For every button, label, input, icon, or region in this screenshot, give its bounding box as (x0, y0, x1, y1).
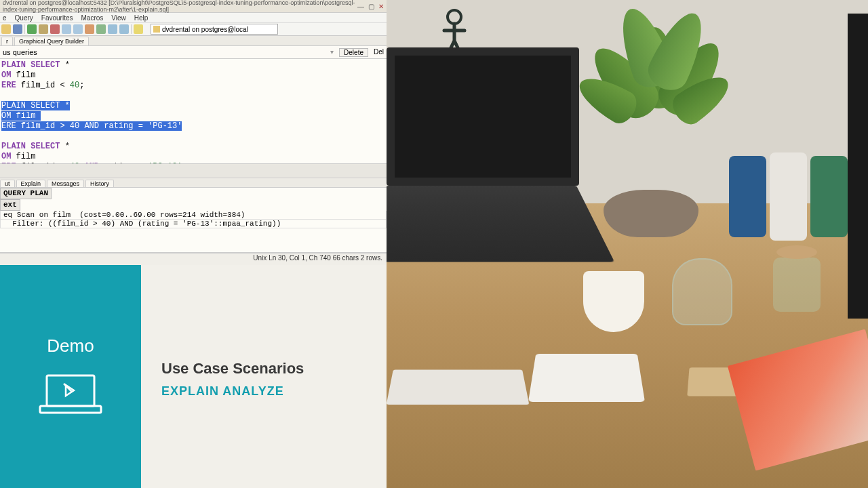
blue-jar (729, 156, 766, 237)
editor-tabs: r Graphical Query Builder (0, 36, 387, 46)
copy-icon[interactable] (62, 24, 71, 34)
query-plan-row: Filter: ((film_id > 40) AND (rating = 'P… (0, 220, 387, 228)
delete-all-button[interactable]: Del (374, 48, 384, 57)
laptop (387, 47, 576, 278)
window-titlebar: dvdrental on postgres@localhost:5432 [D:… (0, 0, 387, 13)
db-selector-text: dvdrental on postgres@local (162, 26, 248, 33)
menu-help[interactable]: Help (134, 14, 149, 22)
previous-queries-bar: us queries ▾ Delete Del (0, 46, 387, 59)
cork-jar (773, 258, 821, 312)
tab-history[interactable]: History (85, 180, 114, 187)
menu-file[interactable]: e (3, 14, 7, 22)
presentation-slide: Demo Use Case Scenarios EXPLAIN ANALYZE (0, 265, 387, 488)
save-icon[interactable] (13, 24, 22, 34)
tab-graphical-query-builder[interactable]: Graphical Query Builder (14, 37, 89, 45)
query-plan-row: eq Scan on film (cost=0.00..69.00 rows=2… (0, 211, 387, 220)
find-icon[interactable] (96, 24, 106, 34)
slide-content: Use Case Scenarios EXPLAIN ANALYZE (141, 265, 387, 488)
undo-icon[interactable] (108, 24, 117, 34)
white-mug (583, 271, 644, 332)
delete-button[interactable]: Delete (339, 48, 368, 57)
output-pane: QUERY PLAN ext eq Scan on film (cost=0.0… (0, 188, 387, 253)
slide-sidebar: Demo (0, 265, 141, 488)
sql-editor[interactable]: PLAIN SELECT * OM film ERE film_id < 40;… (0, 59, 387, 164)
query-plan-header: QUERY PLAN (0, 188, 52, 199)
slide-heading: Use Case Scenarios (161, 360, 387, 378)
menu-query[interactable]: Query (15, 14, 33, 22)
paste-icon[interactable] (73, 24, 83, 34)
redo-icon[interactable] (119, 24, 129, 34)
explain-icon[interactable] (39, 24, 48, 34)
open-icon[interactable] (1, 24, 11, 34)
run-icon[interactable] (27, 24, 37, 34)
demo-label: Demo (47, 336, 94, 357)
green-jar (810, 156, 848, 237)
monitor-edge (848, 14, 868, 319)
help-icon[interactable] (134, 24, 143, 34)
svg-rect-1 (40, 406, 101, 413)
pane-splitter[interactable] (0, 164, 387, 178)
pgadmin-window: dvdrental on postgres@localhost:5432 [D:… (0, 0, 387, 488)
selected-query: PLAIN SELECT * (1, 101, 70, 110)
database-selector[interactable]: dvdrental on postgres@local (151, 24, 278, 35)
clear-icon[interactable] (85, 24, 94, 34)
status-text: Unix Ln 30, Col 1, Ch 740 66 chars 2 row… (253, 254, 382, 262)
trackpad (528, 354, 645, 402)
tab-explain[interactable]: Explain (16, 180, 46, 187)
white-jar (770, 152, 807, 241)
laptop-icon (37, 370, 104, 418)
stop-icon[interactable] (50, 24, 60, 34)
menu-macros[interactable]: Macros (81, 14, 103, 22)
menu-view[interactable]: View (111, 14, 126, 22)
window-title: dvdrental on postgres@localhost:5432 [D:… (3, 0, 357, 13)
tab-data-output[interactable]: ut (0, 180, 15, 187)
status-bar: Unix Ln 30, Col 1, Ch 740 66 chars 2 row… (0, 253, 387, 265)
slide-subheading: EXPLAIN ANALYZE (161, 384, 387, 399)
query-plan-type: ext (0, 199, 20, 211)
menu-bar: e Query Favourites Macros View Help (0, 13, 387, 23)
external-keyboard (387, 370, 529, 405)
db-icon (153, 26, 160, 33)
svg-point-3 (448, 10, 461, 24)
tab-messages[interactable]: Messages (47, 180, 84, 187)
tab-sql-editor[interactable]: r (1, 37, 13, 45)
desk-photo (387, 0, 868, 488)
potted-plant (583, 0, 732, 237)
previous-queries-label: us queries (3, 48, 37, 56)
menu-favourites[interactable]: Favourites (41, 14, 73, 22)
close-button[interactable]: ✕ (378, 3, 384, 10)
maximize-button[interactable]: ▢ (368, 3, 374, 10)
toolbar: dvdrental on postgres@local (0, 23, 387, 36)
output-tabs: ut Explain Messages History (0, 178, 387, 188)
glass-teapot (672, 258, 732, 325)
minimize-button[interactable]: — (357, 3, 364, 10)
